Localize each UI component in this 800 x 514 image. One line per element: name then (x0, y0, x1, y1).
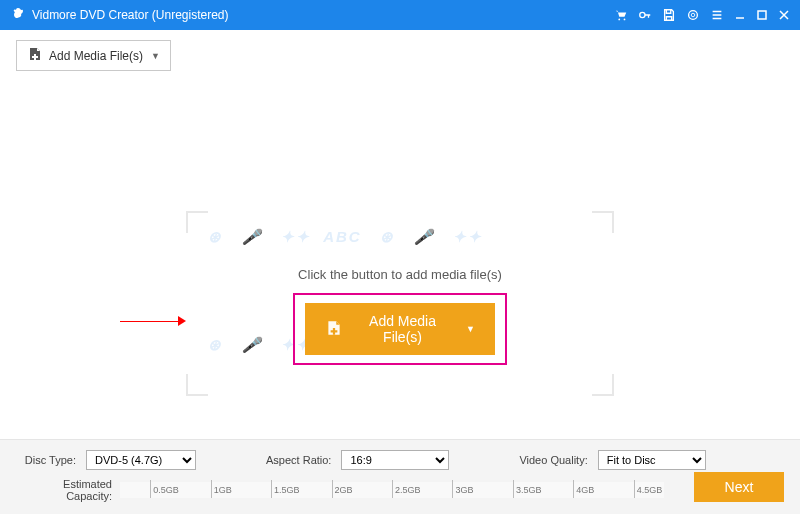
capacity-scale: 0.5GB1GB1.5GB2GB2.5GB3GB3.5GB4GB4.5GB (120, 482, 664, 498)
toolbar: Add Media File(s) ▼ (0, 30, 800, 81)
add-media-center-label: Add Media File(s) (353, 313, 452, 345)
svg-point-2 (640, 12, 645, 17)
highlight-annotation: Add Media File(s) ▼ (293, 293, 507, 365)
capacity-tick: 4.5GB (634, 480, 663, 498)
window-title: Vidmore DVD Creator (Unregistered) (32, 8, 614, 22)
svg-rect-5 (758, 11, 766, 19)
cart-icon[interactable] (614, 8, 628, 22)
capacity-tick: 2.5GB (392, 480, 421, 498)
bottombar: Disc Type: DVD-5 (4.7G) Aspect Ratio: 16… (0, 439, 800, 514)
close-icon[interactable] (778, 9, 790, 21)
video-quality-label: Video Quality: (519, 454, 587, 466)
svg-point-4 (691, 13, 695, 17)
instruction-text: Click the button to add media file(s) (186, 267, 614, 282)
capacity-tick: 0.5GB (150, 480, 179, 498)
add-file-icon (27, 46, 43, 65)
svg-point-3 (689, 11, 698, 20)
maximize-icon[interactable] (756, 9, 768, 21)
aspect-ratio-label: Aspect Ratio: (266, 454, 331, 466)
disc-type-select[interactable]: DVD-5 (4.7G) (86, 450, 196, 470)
capacity-tick: 2GB (332, 480, 353, 498)
capacity-tick: 3GB (452, 480, 473, 498)
svg-point-1 (624, 19, 626, 21)
key-icon[interactable] (638, 8, 652, 22)
capacity-tick: 4GB (573, 480, 594, 498)
estimated-capacity-label: Estimated Capacity: (16, 478, 112, 502)
minimize-icon[interactable] (734, 9, 746, 21)
chevron-down-icon: ▼ (151, 51, 160, 61)
help-icon[interactable] (686, 8, 700, 22)
menu-icon[interactable] (710, 8, 724, 22)
titlebar: Vidmore DVD Creator (Unregistered) (0, 0, 800, 30)
dropzone: ⊛ 🎤 ✦✦ ABC ⊛ 🎤 ✦✦ ⊛ 🎤 ✦✦ ABC ⊛ 🎤 ✦✦ Clic… (186, 211, 614, 396)
capacity-tick: 1GB (211, 480, 232, 498)
add-media-button[interactable]: Add Media File(s) ▼ (16, 40, 171, 71)
app-logo-icon (10, 7, 26, 23)
svg-point-0 (618, 19, 620, 21)
aspect-ratio-select[interactable]: 16:9 (341, 450, 449, 470)
disc-type-label: Disc Type: (16, 454, 76, 466)
capacity-tick: 1.5GB (271, 480, 300, 498)
video-quality-select[interactable]: Fit to Disc (598, 450, 706, 470)
chevron-down-icon: ▼ (466, 324, 475, 334)
main-area: ⊛ 🎤 ✦✦ ABC ⊛ 🎤 ✦✦ ⊛ 🎤 ✦✦ ABC ⊛ 🎤 ✦✦ Clic… (0, 81, 800, 461)
save-icon[interactable] (662, 8, 676, 22)
arrow-annotation (120, 316, 186, 326)
add-file-icon (325, 319, 343, 340)
add-media-center-button[interactable]: Add Media File(s) ▼ (305, 303, 495, 355)
next-button[interactable]: Next (694, 472, 784, 502)
add-media-label: Add Media File(s) (49, 49, 143, 63)
capacity-tick: 3.5GB (513, 480, 542, 498)
